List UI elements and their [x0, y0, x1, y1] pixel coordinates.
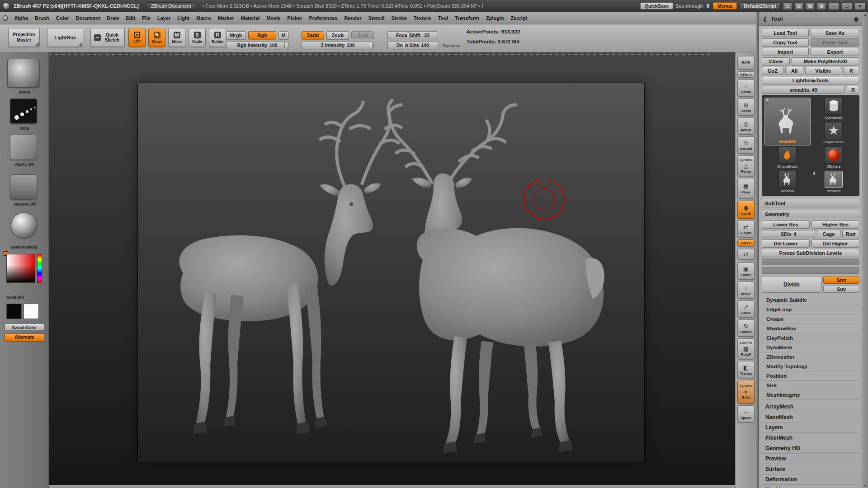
transp-button[interactable]: ◧ Transp: [737, 361, 755, 378]
quick-sketch-button[interactable]: ∽ Quick Sketch: [90, 28, 125, 47]
secondary-color-swatch[interactable]: [24, 304, 39, 319]
tool-thumb-zsphere[interactable]: ZSphere: [811, 146, 856, 170]
smt-button[interactable]: Smt: [823, 276, 859, 284]
goz-visible-button[interactable]: Visible: [805, 67, 841, 75]
geometry-subsection-row[interactable]: Position: [761, 371, 860, 381]
scale-mode-button[interactable]: S Scale: [189, 28, 206, 47]
rotate-mode-button[interactable]: R Rotate: [209, 28, 226, 47]
menu-item[interactable]: Alpha: [11, 12, 32, 24]
geometry-subsection-row[interactable]: Dynamic Subdiv: [761, 296, 860, 305]
palette-section-row[interactable]: Layers: [761, 422, 860, 433]
menu-item[interactable]: Light: [174, 12, 193, 24]
pivot-button[interactable]: ↺: [737, 249, 755, 260]
zadd-button[interactable]: Zadd: [302, 31, 324, 39]
menu-item[interactable]: Movie: [263, 12, 284, 24]
aahalf-button[interactable]: ½ AAHalf: [737, 136, 755, 154]
maximize-button[interactable]: □: [841, 2, 852, 10]
goz-all-button[interactable]: All: [785, 67, 803, 75]
geometry-subsection-row[interactable]: Size: [761, 381, 860, 390]
gxyz-button[interactable]: GXYZ: [737, 239, 755, 246]
rgb-button[interactable]: Rgb: [248, 31, 276, 39]
clone-button[interactable]: Clone: [762, 57, 790, 66]
suv-button[interactable]: Suv: [823, 285, 859, 293]
hue-strip[interactable]: [37, 254, 42, 283]
active-tool-slider[interactable]: venadito. 49: [762, 86, 845, 94]
export-button[interactable]: Export: [811, 48, 859, 56]
palette-section-row[interactable]: NanoMesh: [761, 412, 860, 422]
lightbox-tools-button[interactable]: Lightbox▸Tools: [762, 77, 859, 84]
persp-button[interactable]: Dynamic △ Persp: [737, 155, 755, 176]
geometry-subsection-row[interactable]: MeshIntegrity: [761, 390, 860, 400]
higher-res-button[interactable]: Higher Res: [811, 221, 859, 229]
sliders-icon[interactable]: ▤: [783, 2, 792, 10]
menu-item[interactable]: Stencil: [365, 12, 388, 24]
menu-item[interactable]: Preferences: [306, 12, 341, 24]
lower-res-button[interactable]: Lower Res: [762, 221, 810, 229]
lock-icon[interactable]: ▣: [817, 2, 826, 10]
grid-icon[interactable]: ▦: [794, 2, 803, 10]
spix-slider[interactable]: SPix 3: [737, 71, 755, 78]
tool-thumb-polymesh3d[interactable]: ★ PolyMesh3D: [811, 122, 856, 145]
geometry-subsection-row[interactable]: Crease: [761, 314, 860, 324]
actual-button[interactable]: ◎ Actual: [737, 117, 755, 135]
floor-button[interactable]: ▦ Floor: [737, 178, 755, 199]
menu-item[interactable]: Render: [341, 12, 365, 24]
tool-r-button[interactable]: R: [847, 86, 859, 94]
geometry-subsection-row[interactable]: EdgeLoop: [761, 305, 860, 314]
move-nav-button[interactable]: + Move: [737, 282, 755, 299]
local-button[interactable]: ◉ Local: [737, 201, 755, 219]
geometry-subsection-row[interactable]: ShadowBox: [761, 324, 860, 333]
dynamic-toggle[interactable]: Dynamic: [443, 43, 460, 48]
collapse-left-icon[interactable]: ❮: [763, 16, 767, 22]
palette-section-row[interactable]: Deformation: [761, 474, 860, 485]
focal-shift-slider[interactable]: Focal Shift -23: [387, 31, 438, 39]
paste-tool-button[interactable]: Paste Tool: [811, 38, 859, 47]
projection-master-button[interactable]: Projection Master: [8, 28, 40, 47]
current-brush-thumbnail[interactable]: [7, 59, 40, 88]
import-button[interactable]: Import: [762, 48, 809, 56]
document-canvas[interactable]: [138, 83, 644, 462]
rotate-nav-button[interactable]: ↻ Rotate: [737, 319, 755, 337]
menu-item[interactable]: Macro: [193, 12, 214, 24]
menu-item[interactable]: Texture: [410, 12, 434, 24]
sdiv-slider[interactable]: SDiv 4: [762, 230, 815, 238]
menu-item[interactable]: Picker: [284, 12, 306, 24]
geometry-section-header[interactable]: Geometry: [761, 210, 860, 218]
zoom-button[interactable]: ⊕ Zoom: [737, 99, 755, 116]
menu-item[interactable]: Material: [237, 12, 263, 24]
bottom-tray-bar[interactable]: [49, 485, 735, 488]
layout-icon[interactable]: ▩: [806, 2, 815, 10]
menu-item[interactable]: Tool: [434, 12, 451, 24]
tool-thumb-cylinder[interactable]: Cylinder3D: [811, 98, 856, 121]
current-stroke-thumbnail[interactable]: [10, 99, 37, 124]
copy-tool-button[interactable]: Copy Tool: [762, 38, 809, 47]
lightbox-button[interactable]: LightBox: [47, 28, 83, 47]
divide-button[interactable]: Divide: [762, 276, 821, 293]
palette-menu-icon[interactable]: ◉: [854, 16, 859, 22]
mrgb-button[interactable]: Mrgb: [226, 31, 246, 39]
edit-mode-button[interactable]: Edit: [128, 28, 146, 47]
menu-item[interactable]: Color: [52, 12, 72, 24]
goz-r-button[interactable]: R: [843, 67, 859, 75]
zcut-button[interactable]: Zcut: [351, 31, 374, 39]
menu-item[interactable]: Transform: [452, 12, 483, 24]
polyf-button[interactable]: Line Fill ▩ PolyF: [737, 338, 755, 359]
tray-divider-dots[interactable]: [49, 54, 710, 55]
load-tool-button[interactable]: Load Tool: [762, 29, 809, 37]
save-as-button[interactable]: Save As: [811, 29, 859, 37]
frame-button[interactable]: ▣ Frame: [737, 263, 755, 280]
geometry-subsection-row[interactable]: ClayPolish: [761, 333, 860, 343]
rgb-intensity-slider[interactable]: Rgb Intensity 100: [226, 41, 288, 49]
m-button[interactable]: M: [278, 31, 288, 39]
menu-item[interactable]: Brush: [32, 12, 53, 24]
menus-button[interactable]: Menus: [713, 2, 737, 9]
bpr-button[interactable]: BPR: [737, 56, 755, 70]
menu-item[interactable]: Document: [72, 12, 104, 24]
z-intensity-slider[interactable]: Z Intensity 100: [302, 41, 374, 49]
move-mode-button[interactable]: M Move: [168, 28, 185, 47]
active-tool-thumbnail[interactable]: 3 venadito: [764, 98, 811, 145]
menu-item[interactable]: Draw: [104, 12, 123, 24]
palette-section-row[interactable]: Surface: [761, 464, 860, 474]
scroll-down-icon[interactable]: ▼: [863, 484, 867, 487]
color-picker-square[interactable]: [6, 254, 35, 283]
